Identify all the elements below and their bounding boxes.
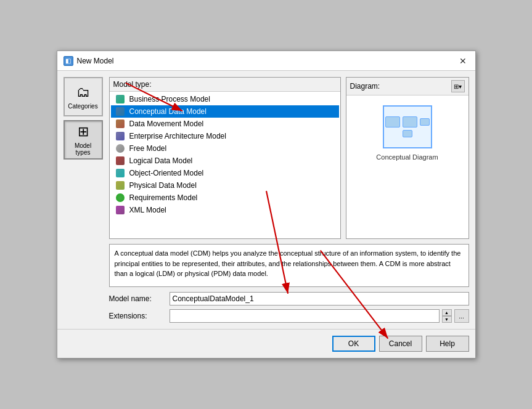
extensions-input[interactable] xyxy=(170,309,440,323)
model-name-input[interactable] xyxy=(170,292,469,306)
categories-icon: 🗂 xyxy=(76,84,90,100)
categories-label: Categories xyxy=(68,103,97,110)
model-list-item[interactable]: Free Model xyxy=(111,142,339,155)
diagram-header-label: Diagram: xyxy=(350,82,380,91)
model-list-item[interactable]: Data Movement Model xyxy=(111,118,339,130)
model-list-item[interactable]: XML Model xyxy=(111,204,339,216)
model-list-item[interactable]: Enterprise Architecture Model xyxy=(111,130,339,142)
model-item-icon xyxy=(115,119,126,128)
model-type-panel: Model type: Business Process ModelConcep… xyxy=(109,77,341,239)
model-item-label: XML Model xyxy=(129,206,166,214)
spinner-up[interactable]: ▲ xyxy=(442,309,452,316)
model-item-label: Data Movement Model xyxy=(129,119,204,128)
model-name-label: Model name: xyxy=(109,294,165,303)
model-item-label: Conceptual Data Model xyxy=(129,107,207,116)
description-text: A conceptual data model (CDM) helps you … xyxy=(115,249,461,277)
model-item-icon xyxy=(115,156,126,165)
model-item-label: Business Process Model xyxy=(129,95,210,103)
model-item-icon xyxy=(115,107,126,116)
model-item-icon xyxy=(115,181,126,190)
model-list[interactable]: Business Process ModelConceptual Data Mo… xyxy=(110,92,340,238)
diagram-grid-button[interactable]: ⊞▾ xyxy=(451,80,465,92)
model-list-item[interactable]: Requirements Model xyxy=(111,192,339,204)
model-item-label: Enterprise Architecture Model xyxy=(129,132,226,140)
model-item-label: Free Model xyxy=(129,144,167,153)
extensions-controls: ▲ ▼ ... xyxy=(170,309,469,323)
sidebar-model-types-btn[interactable]: ⊞ Model types xyxy=(63,120,103,160)
help-button[interactable]: Help xyxy=(426,336,469,352)
model-item-icon xyxy=(115,95,126,103)
model-item-icon xyxy=(115,193,126,202)
model-item-label: Object-Oriented Model xyxy=(129,169,204,177)
model-item-icon xyxy=(115,206,126,214)
new-model-dialog: ◧ New Model ✕ 🗂 Categories ⊞ Model types xyxy=(57,51,476,358)
model-item-label: Logical Data Model xyxy=(129,156,193,165)
dialog-title: New Model xyxy=(77,57,114,65)
cancel-button[interactable]: Cancel xyxy=(379,336,422,352)
model-item-icon xyxy=(115,132,126,140)
model-list-item[interactable]: Object-Oriented Model xyxy=(111,167,339,179)
diag-block-4 xyxy=(403,130,412,137)
extensions-spinner: ▲ ▼ xyxy=(442,309,452,323)
diag-block-1 xyxy=(385,116,400,128)
model-item-label: Requirements Model xyxy=(129,193,198,202)
ok-button[interactable]: OK xyxy=(332,336,375,352)
extensions-browse-button[interactable]: ... xyxy=(454,309,469,323)
model-item-label: Physical Data Model xyxy=(129,181,197,190)
model-type-header: Model type: xyxy=(110,78,340,92)
spinner-down[interactable]: ▼ xyxy=(442,316,452,323)
model-list-item[interactable]: Business Process Model xyxy=(111,93,339,105)
model-list-item[interactable]: Conceptual Data Model xyxy=(111,105,339,118)
model-list-item[interactable]: Physical Data Model xyxy=(111,179,339,192)
dialog-body: 🗂 Categories ⊞ Model types Model type: B… xyxy=(57,71,475,329)
extensions-label: Extensions: xyxy=(109,312,165,320)
diag-block-3 xyxy=(420,118,430,126)
title-bar: ◧ New Model ✕ xyxy=(57,51,475,71)
diag-block-2 xyxy=(403,116,417,128)
diagram-panel-header: Diagram: ⊞▾ xyxy=(346,78,469,95)
description-box: A conceptual data model (CDM) helps you … xyxy=(109,244,469,287)
form-section: Model name: Extensions: ▲ ▼ ... xyxy=(109,292,469,323)
left-panel: 🗂 Categories ⊞ Model types xyxy=(63,77,103,323)
model-types-icon: ⊞ xyxy=(78,124,89,140)
main-content: Model type: Business Process ModelConcep… xyxy=(109,77,469,323)
extensions-row: Extensions: ▲ ▼ ... xyxy=(109,309,469,323)
dialog-icon: ◧ xyxy=(63,56,73,66)
panels-row: Model type: Business Process ModelConcep… xyxy=(109,77,469,239)
model-item-icon xyxy=(115,144,126,153)
diagram-thumbnail[interactable] xyxy=(383,105,432,148)
model-name-row: Model name: xyxy=(109,292,469,306)
button-row: OK Cancel Help xyxy=(57,329,475,358)
diagram-label: Conceptual Diagram xyxy=(376,153,438,161)
sidebar-categories-btn[interactable]: 🗂 Categories xyxy=(63,77,103,116)
model-types-label: Model types xyxy=(67,142,99,156)
model-list-item[interactable]: Logical Data Model xyxy=(111,155,339,167)
model-item-icon xyxy=(115,169,126,177)
close-button[interactable]: ✕ xyxy=(457,55,469,67)
diagram-panel: Diagram: ⊞▾ xyxy=(346,77,469,239)
diagram-content: Conceptual Diagram xyxy=(346,95,469,238)
